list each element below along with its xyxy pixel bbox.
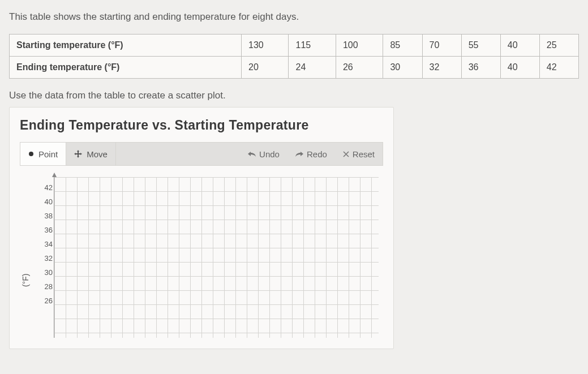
cell: 24 — [289, 57, 336, 79]
cell: 42 — [539, 57, 578, 79]
cell: 85 — [383, 35, 422, 57]
chart-title: Ending Temperature vs. Starting Temperat… — [20, 118, 383, 133]
y-tick: 40 — [41, 197, 53, 206]
scatter-plot-area[interactable]: 42 40 38 36 34 32 30 28 26 (°F) — [20, 174, 383, 338]
move-tool-button[interactable]: Move — [66, 143, 116, 165]
cell: 55 — [461, 35, 500, 57]
point-icon — [28, 151, 34, 157]
reset-label: Reset — [353, 149, 375, 159]
y-tick: 26 — [41, 296, 53, 305]
cell: 130 — [242, 35, 289, 57]
table-row: Starting temperature (°F) 130 115 100 85… — [10, 35, 579, 57]
reset-icon — [343, 151, 349, 157]
y-tick: 42 — [41, 183, 53, 192]
cell: 26 — [336, 57, 383, 79]
row-label: Ending temperature (°F) — [10, 57, 242, 79]
y-tick: 36 — [41, 226, 53, 234]
undo-icon — [248, 151, 256, 157]
redo-label: Redo — [307, 149, 327, 159]
cell: 20 — [242, 57, 289, 79]
cell: 40 — [500, 57, 539, 79]
cell: 25 — [539, 35, 578, 57]
undo-button[interactable]: Undo — [240, 143, 287, 165]
cell: 32 — [422, 57, 461, 79]
point-tool-button[interactable]: Point — [20, 143, 66, 165]
move-icon — [74, 150, 82, 158]
y-tick: 38 — [41, 212, 53, 220]
point-tool-label: Point — [38, 149, 58, 159]
row-label: Starting temperature (°F) — [10, 35, 242, 57]
move-tool-label: Move — [87, 149, 108, 159]
redo-button[interactable]: Redo — [287, 143, 335, 165]
grid-wrap — [54, 175, 379, 338]
y-tick: 32 — [41, 254, 53, 263]
cell: 100 — [336, 35, 383, 57]
chart-panel: Ending Temperature vs. Starting Temperat… — [9, 107, 394, 349]
redo-icon — [295, 151, 303, 157]
temperature-table: Starting temperature (°F) 130 115 100 85… — [9, 34, 579, 79]
svg-point-0 — [29, 152, 33, 156]
grid — [54, 177, 379, 338]
cell: 36 — [461, 57, 500, 79]
axis-arrow-up-icon — [52, 173, 57, 177]
y-tick: 30 — [41, 268, 53, 277]
cell: 40 — [500, 35, 539, 57]
y-tick: 34 — [41, 240, 53, 248]
instruction-text: Use the data from the table to create a … — [9, 90, 579, 101]
undo-label: Undo — [259, 149, 280, 159]
cell: 30 — [383, 57, 422, 79]
cell: 115 — [289, 35, 336, 57]
chart-toolbar: Point Move Undo Redo — [20, 142, 383, 166]
reset-button[interactable]: Reset — [335, 143, 383, 165]
intro-text: This table shows the starting and ending… — [9, 11, 579, 23]
cell: 70 — [422, 35, 461, 57]
y-axis-label: (°F) — [21, 274, 30, 287]
y-tick: 28 — [41, 282, 53, 291]
table-row: Ending temperature (°F) 20 24 26 30 32 3… — [10, 57, 579, 79]
